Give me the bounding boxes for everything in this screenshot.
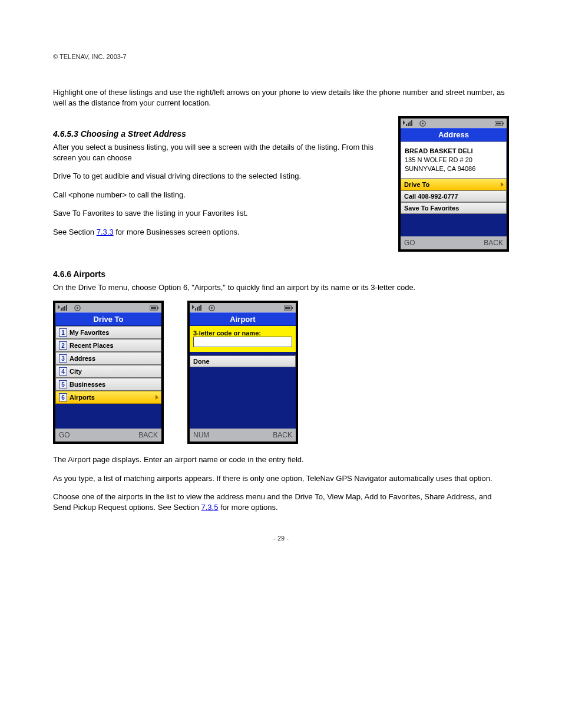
menu-index: 4 xyxy=(59,367,67,375)
signal-icon xyxy=(403,120,416,126)
menu-businesses[interactable]: 5Businesses xyxy=(55,378,161,391)
svg-rect-21 xyxy=(200,305,201,311)
svg-rect-8 xyxy=(503,123,504,124)
softkey-right[interactable]: BACK xyxy=(138,431,158,439)
menu-index: 2 xyxy=(59,341,67,350)
svg-rect-12 xyxy=(66,305,67,311)
svg-rect-2 xyxy=(409,121,411,126)
signal-icon xyxy=(192,305,205,311)
link-7-3-5[interactable]: 7.3.5 xyxy=(201,503,219,512)
address-line-2: SUNNYVALE, CA 94086 xyxy=(405,164,503,173)
para-matching-list: As you type, a list of matching airports… xyxy=(53,473,509,484)
phone-mock-airport: Airport 3-letter code or name: Done NUM … xyxy=(187,301,298,444)
softkey-bar: NUM BACK xyxy=(190,429,296,442)
address-details: BREAD BASKET DELI 135 N WOLFE RD # 20 SU… xyxy=(401,141,507,179)
svg-point-5 xyxy=(422,123,424,124)
menu-my-favorites[interactable]: 1My Favorites xyxy=(55,326,161,339)
svg-rect-1 xyxy=(408,123,409,126)
svg-rect-11 xyxy=(64,306,65,311)
gear-icon xyxy=(419,120,426,127)
svg-rect-18 xyxy=(195,308,196,311)
svg-rect-3 xyxy=(411,120,412,126)
menu-recent-places[interactable]: 2Recent Places xyxy=(55,339,161,352)
softkey-right[interactable]: BACK xyxy=(484,239,503,247)
para-choose-airport: Choose one of the airports in the list t… xyxy=(53,492,509,512)
airport-code-input[interactable] xyxy=(193,337,292,347)
page-number: - 29 - xyxy=(53,535,509,542)
heading-airports: 4.6.6 Airports xyxy=(53,269,509,279)
battery-icon xyxy=(284,305,293,311)
svg-rect-7 xyxy=(496,123,501,124)
copyright-text: © TELENAV, INC. 2003-7 xyxy=(53,53,509,60)
phone-title: Drive To xyxy=(55,312,161,326)
softkey-right[interactable]: BACK xyxy=(273,431,292,439)
phone-body-fill xyxy=(190,367,296,429)
done-button[interactable]: Done xyxy=(190,355,296,367)
input-prompt: 3-letter code or name: xyxy=(193,330,292,337)
menu-index: 5 xyxy=(59,380,67,388)
phone-mock-address: Address BREAD BASKET DELI 135 N WOLFE RD… xyxy=(398,116,509,252)
action-drive-to[interactable]: Drive To xyxy=(401,179,507,190)
svg-rect-25 xyxy=(285,307,290,309)
status-bar xyxy=(401,118,507,128)
intro-paragraph: Highlight one of these listings and use … xyxy=(53,87,509,108)
svg-rect-0 xyxy=(406,124,407,126)
softkey-left[interactable]: GO xyxy=(59,431,70,439)
signal-icon xyxy=(58,305,71,311)
softkey-bar: GO BACK xyxy=(401,236,507,249)
menu-index: 1 xyxy=(59,328,67,337)
link-7-3-3[interactable]: 7.3.3 xyxy=(97,228,114,236)
phone-title: Airport xyxy=(190,312,296,326)
menu-city[interactable]: 4City xyxy=(55,365,161,378)
airport-input-panel: 3-letter code or name: xyxy=(190,326,296,352)
menu-index: 6 xyxy=(59,393,67,401)
status-bar xyxy=(55,303,161,312)
phone-mock-drive-to: Drive To 1My Favorites 2Recent Places 3A… xyxy=(53,301,164,444)
svg-rect-10 xyxy=(62,307,64,311)
status-bar xyxy=(190,303,296,312)
svg-point-14 xyxy=(77,307,78,309)
svg-rect-20 xyxy=(199,306,200,311)
phone-body-fill xyxy=(401,214,507,236)
address-line-1: 135 N WOLFE RD # 20 xyxy=(405,156,503,164)
gear-icon xyxy=(209,305,215,311)
battery-icon xyxy=(495,121,504,126)
menu-airports[interactable]: 6Airports xyxy=(55,391,161,404)
battery-icon xyxy=(150,305,159,311)
svg-rect-19 xyxy=(197,307,198,311)
svg-point-23 xyxy=(211,307,213,309)
para-airport-page: The Airport page displays. Enter an airp… xyxy=(53,454,509,465)
svg-rect-26 xyxy=(292,307,293,309)
menu-address[interactable]: 3Address xyxy=(55,352,161,365)
phone-body-fill xyxy=(55,404,161,429)
softkey-left[interactable]: NUM xyxy=(193,431,209,439)
para-airports-intro: On the Drive To menu, choose Option 6, "… xyxy=(53,282,509,293)
action-call[interactable]: Call 408-992-0777 xyxy=(401,190,507,202)
svg-rect-16 xyxy=(151,307,156,309)
softkey-bar: GO BACK xyxy=(55,429,161,442)
phone-title: Address xyxy=(401,128,507,141)
gear-icon xyxy=(74,305,81,311)
svg-rect-17 xyxy=(157,307,158,309)
business-name: BREAD BASKET DELI xyxy=(405,147,503,156)
menu-index: 3 xyxy=(59,354,67,363)
softkey-left[interactable]: GO xyxy=(404,239,415,247)
action-save-favorites[interactable]: Save To Favorites xyxy=(401,202,507,214)
svg-rect-9 xyxy=(61,308,62,311)
